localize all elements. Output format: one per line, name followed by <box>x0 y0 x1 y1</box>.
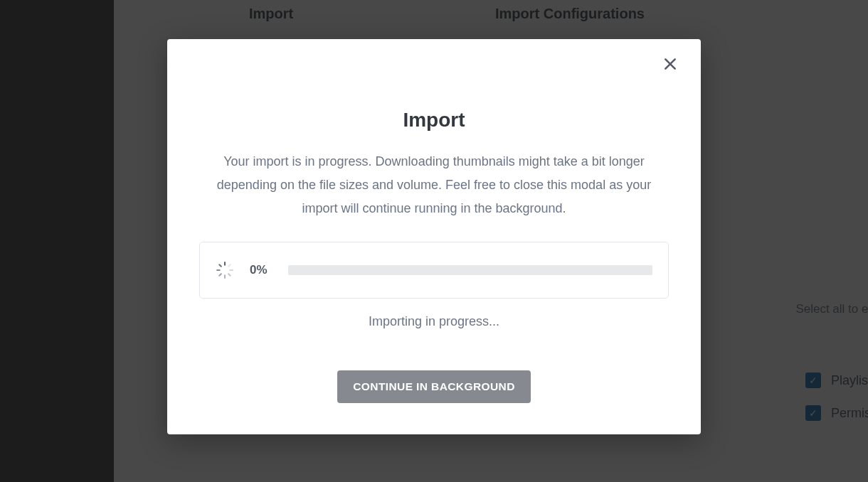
close-button[interactable] <box>658 52 682 76</box>
svg-rect-6 <box>224 274 226 279</box>
progress-card: 0% <box>199 242 669 299</box>
svg-rect-5 <box>228 273 232 277</box>
spinner-icon <box>216 261 234 279</box>
svg-rect-8 <box>216 269 221 271</box>
modal-title: Import <box>199 109 669 132</box>
svg-rect-9 <box>218 264 223 268</box>
svg-rect-2 <box>224 262 226 266</box>
modal-description: Your import is in progress. Downloading … <box>206 150 662 220</box>
progress-percent: 0% <box>250 263 272 277</box>
continue-background-button[interactable]: CONTINUE IN BACKGROUND <box>337 370 531 403</box>
close-icon <box>663 57 677 71</box>
svg-rect-7 <box>218 273 223 277</box>
progress-status: Importing in progress... <box>199 314 669 329</box>
svg-rect-3 <box>228 264 232 268</box>
svg-rect-4 <box>229 269 233 271</box>
progress-bar <box>288 265 652 275</box>
import-modal: Import Your import is in progress. Downl… <box>167 39 701 434</box>
